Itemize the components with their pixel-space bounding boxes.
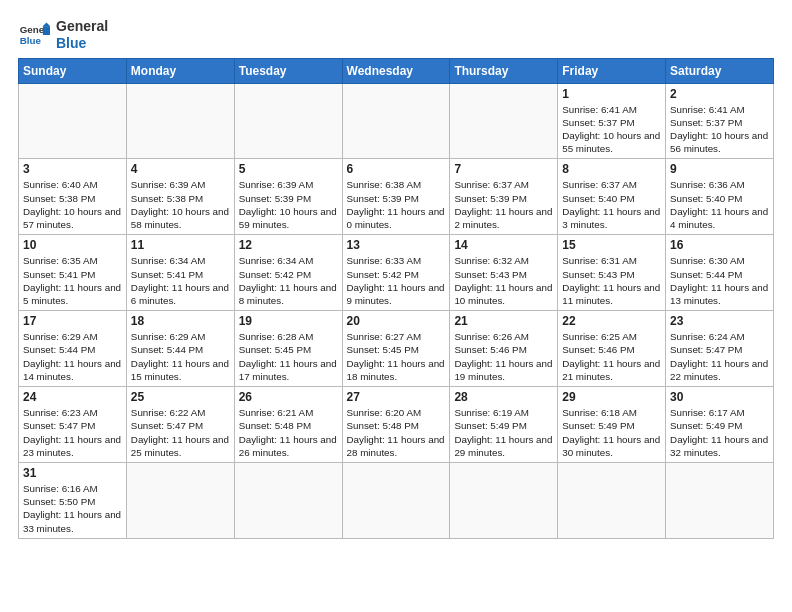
calendar-cell: 16Sunrise: 6:30 AM Sunset: 5:44 PM Dayli…	[666, 235, 774, 311]
calendar-cell: 14Sunrise: 6:32 AM Sunset: 5:43 PM Dayli…	[450, 235, 558, 311]
day-number: 24	[23, 390, 122, 404]
calendar-cell	[234, 462, 342, 538]
calendar-cell	[450, 83, 558, 159]
calendar-cell: 20Sunrise: 6:27 AM Sunset: 5:45 PM Dayli…	[342, 311, 450, 387]
calendar-cell: 10Sunrise: 6:35 AM Sunset: 5:41 PM Dayli…	[19, 235, 127, 311]
day-number: 1	[562, 87, 661, 101]
day-number: 5	[239, 162, 338, 176]
day-info: Sunrise: 6:40 AM Sunset: 5:38 PM Dayligh…	[23, 178, 122, 231]
day-info: Sunrise: 6:18 AM Sunset: 5:49 PM Dayligh…	[562, 406, 661, 459]
day-info: Sunrise: 6:41 AM Sunset: 5:37 PM Dayligh…	[562, 103, 661, 156]
weekday-header-saturday: Saturday	[666, 58, 774, 83]
calendar-cell: 3Sunrise: 6:40 AM Sunset: 5:38 PM Daylig…	[19, 159, 127, 235]
calendar-cell: 18Sunrise: 6:29 AM Sunset: 5:44 PM Dayli…	[126, 311, 234, 387]
day-info: Sunrise: 6:34 AM Sunset: 5:42 PM Dayligh…	[239, 254, 338, 307]
calendar-cell: 19Sunrise: 6:28 AM Sunset: 5:45 PM Dayli…	[234, 311, 342, 387]
weekday-header-wednesday: Wednesday	[342, 58, 450, 83]
day-info: Sunrise: 6:29 AM Sunset: 5:44 PM Dayligh…	[131, 330, 230, 383]
day-number: 11	[131, 238, 230, 252]
day-number: 25	[131, 390, 230, 404]
day-number: 28	[454, 390, 553, 404]
day-number: 2	[670, 87, 769, 101]
day-number: 21	[454, 314, 553, 328]
calendar-cell: 15Sunrise: 6:31 AM Sunset: 5:43 PM Dayli…	[558, 235, 666, 311]
day-info: Sunrise: 6:34 AM Sunset: 5:41 PM Dayligh…	[131, 254, 230, 307]
day-number: 10	[23, 238, 122, 252]
day-info: Sunrise: 6:37 AM Sunset: 5:39 PM Dayligh…	[454, 178, 553, 231]
day-info: Sunrise: 6:38 AM Sunset: 5:39 PM Dayligh…	[347, 178, 446, 231]
weekday-header-sunday: Sunday	[19, 58, 127, 83]
day-info: Sunrise: 6:41 AM Sunset: 5:37 PM Dayligh…	[670, 103, 769, 156]
calendar-cell: 27Sunrise: 6:20 AM Sunset: 5:48 PM Dayli…	[342, 387, 450, 463]
day-info: Sunrise: 6:37 AM Sunset: 5:40 PM Dayligh…	[562, 178, 661, 231]
day-info: Sunrise: 6:39 AM Sunset: 5:38 PM Dayligh…	[131, 178, 230, 231]
day-number: 30	[670, 390, 769, 404]
calendar-cell: 26Sunrise: 6:21 AM Sunset: 5:48 PM Dayli…	[234, 387, 342, 463]
calendar-cell: 6Sunrise: 6:38 AM Sunset: 5:39 PM Daylig…	[342, 159, 450, 235]
calendar-cell	[126, 462, 234, 538]
calendar-cell: 4Sunrise: 6:39 AM Sunset: 5:38 PM Daylig…	[126, 159, 234, 235]
day-info: Sunrise: 6:28 AM Sunset: 5:45 PM Dayligh…	[239, 330, 338, 383]
day-info: Sunrise: 6:29 AM Sunset: 5:44 PM Dayligh…	[23, 330, 122, 383]
day-number: 8	[562, 162, 661, 176]
day-number: 3	[23, 162, 122, 176]
day-number: 29	[562, 390, 661, 404]
calendar-cell	[558, 462, 666, 538]
calendar-table: SundayMondayTuesdayWednesdayThursdayFrid…	[18, 58, 774, 539]
day-number: 22	[562, 314, 661, 328]
calendar-cell: 17Sunrise: 6:29 AM Sunset: 5:44 PM Dayli…	[19, 311, 127, 387]
day-info: Sunrise: 6:21 AM Sunset: 5:48 PM Dayligh…	[239, 406, 338, 459]
weekday-header-monday: Monday	[126, 58, 234, 83]
calendar-cell: 7Sunrise: 6:37 AM Sunset: 5:39 PM Daylig…	[450, 159, 558, 235]
calendar-cell: 1Sunrise: 6:41 AM Sunset: 5:37 PM Daylig…	[558, 83, 666, 159]
weekday-header-friday: Friday	[558, 58, 666, 83]
day-number: 9	[670, 162, 769, 176]
calendar-cell: 9Sunrise: 6:36 AM Sunset: 5:40 PM Daylig…	[666, 159, 774, 235]
day-number: 26	[239, 390, 338, 404]
logo: General Blue General Blue	[18, 18, 108, 52]
day-info: Sunrise: 6:23 AM Sunset: 5:47 PM Dayligh…	[23, 406, 122, 459]
day-info: Sunrise: 6:26 AM Sunset: 5:46 PM Dayligh…	[454, 330, 553, 383]
day-number: 23	[670, 314, 769, 328]
day-info: Sunrise: 6:36 AM Sunset: 5:40 PM Dayligh…	[670, 178, 769, 231]
day-info: Sunrise: 6:27 AM Sunset: 5:45 PM Dayligh…	[347, 330, 446, 383]
calendar-cell	[19, 83, 127, 159]
calendar-cell: 24Sunrise: 6:23 AM Sunset: 5:47 PM Dayli…	[19, 387, 127, 463]
calendar-cell: 13Sunrise: 6:33 AM Sunset: 5:42 PM Dayli…	[342, 235, 450, 311]
day-info: Sunrise: 6:20 AM Sunset: 5:48 PM Dayligh…	[347, 406, 446, 459]
calendar-cell: 21Sunrise: 6:26 AM Sunset: 5:46 PM Dayli…	[450, 311, 558, 387]
day-info: Sunrise: 6:19 AM Sunset: 5:49 PM Dayligh…	[454, 406, 553, 459]
day-number: 4	[131, 162, 230, 176]
day-number: 31	[23, 466, 122, 480]
logo-blue: Blue	[56, 35, 108, 52]
calendar-cell	[342, 462, 450, 538]
day-number: 14	[454, 238, 553, 252]
day-info: Sunrise: 6:24 AM Sunset: 5:47 PM Dayligh…	[670, 330, 769, 383]
day-number: 20	[347, 314, 446, 328]
day-info: Sunrise: 6:30 AM Sunset: 5:44 PM Dayligh…	[670, 254, 769, 307]
svg-text:Blue: Blue	[20, 35, 42, 46]
calendar-cell: 12Sunrise: 6:34 AM Sunset: 5:42 PM Dayli…	[234, 235, 342, 311]
logo-icon: General Blue	[18, 19, 50, 51]
calendar-cell	[126, 83, 234, 159]
day-info: Sunrise: 6:22 AM Sunset: 5:47 PM Dayligh…	[131, 406, 230, 459]
calendar-cell: 8Sunrise: 6:37 AM Sunset: 5:40 PM Daylig…	[558, 159, 666, 235]
day-number: 13	[347, 238, 446, 252]
day-number: 17	[23, 314, 122, 328]
day-number: 16	[670, 238, 769, 252]
svg-marker-2	[43, 26, 50, 35]
day-number: 12	[239, 238, 338, 252]
calendar-cell	[234, 83, 342, 159]
calendar-cell	[342, 83, 450, 159]
day-number: 6	[347, 162, 446, 176]
calendar-cell: 22Sunrise: 6:25 AM Sunset: 5:46 PM Dayli…	[558, 311, 666, 387]
day-info: Sunrise: 6:39 AM Sunset: 5:39 PM Dayligh…	[239, 178, 338, 231]
day-info: Sunrise: 6:16 AM Sunset: 5:50 PM Dayligh…	[23, 482, 122, 535]
calendar-cell: 29Sunrise: 6:18 AM Sunset: 5:49 PM Dayli…	[558, 387, 666, 463]
calendar-cell: 31Sunrise: 6:16 AM Sunset: 5:50 PM Dayli…	[19, 462, 127, 538]
calendar-cell: 11Sunrise: 6:34 AM Sunset: 5:41 PM Dayli…	[126, 235, 234, 311]
day-number: 19	[239, 314, 338, 328]
calendar-cell: 30Sunrise: 6:17 AM Sunset: 5:49 PM Dayli…	[666, 387, 774, 463]
calendar-cell: 2Sunrise: 6:41 AM Sunset: 5:37 PM Daylig…	[666, 83, 774, 159]
day-info: Sunrise: 6:17 AM Sunset: 5:49 PM Dayligh…	[670, 406, 769, 459]
